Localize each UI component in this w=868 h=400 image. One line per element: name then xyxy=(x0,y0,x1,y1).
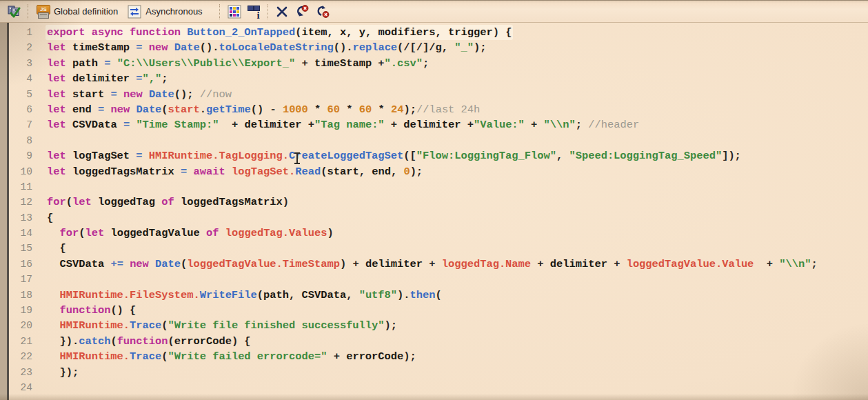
line-number: 4 xyxy=(9,71,32,86)
system-functions-button[interactable]: i xyxy=(244,3,263,20)
toolbar-separator xyxy=(28,4,29,19)
code-text xyxy=(32,179,47,194)
code-text xyxy=(32,133,47,148)
snippets-button[interactable] xyxy=(225,3,244,20)
js-global-definition-icon: JS xyxy=(36,5,50,19)
code-line[interactable]: 22 HMIRuntime.Trace("Write failed errorc… xyxy=(9,349,868,364)
line-number: 3 xyxy=(9,56,32,71)
code-line[interactable]: 11 xyxy=(9,179,868,194)
line-number: 15 xyxy=(9,241,32,256)
line-number: 11 xyxy=(9,179,32,194)
code-text: let timeStamp = new Date().toLocaleDateS… xyxy=(32,40,486,55)
code-text: { xyxy=(32,210,53,226)
go-to-next-error-button[interactable] xyxy=(312,3,332,20)
line-number: 6 xyxy=(9,102,32,117)
code-text: let end = new Date(start.getTime() - 100… xyxy=(32,102,480,117)
code-line[interactable]: 7let CSVData = "Time Stamp:" + delimiter… xyxy=(9,117,868,132)
code-line[interactable]: 10let loggedTagsMatrix = await logTagSet… xyxy=(9,164,868,179)
code-line[interactable]: 18 HMIRuntime.FileSystem.WriteFile(path,… xyxy=(9,288,868,303)
line-number: 9 xyxy=(9,148,32,163)
code-text: function() { xyxy=(32,303,136,318)
script-editor-toolbar: JS Global definition Asynchronous xyxy=(0,0,868,23)
line-number: 21 xyxy=(9,334,32,349)
code-line[interactable]: 16 CSVData += new Date(loggedTagValue.Ti… xyxy=(9,257,868,272)
line-number: 1 xyxy=(9,25,32,40)
code-text: let logTagSet = HMIRuntime.TagLogging.Cr… xyxy=(32,148,741,163)
line-number: 16 xyxy=(9,257,32,272)
line-number: 20 xyxy=(9,318,32,333)
code-text: let loggedTagsMatrix = await logTagSet.R… xyxy=(32,164,423,179)
code-text: CSVData += new Date(loggedTagValue.TimeS… xyxy=(32,257,818,272)
code-text: let delimiter =","; xyxy=(32,71,168,86)
code-text: let path = "C:\\Users\\Public\\Export_" … xyxy=(32,56,429,71)
code-text: export async function Button_2_OnTapped(… xyxy=(32,25,512,40)
code-line[interactable]: 19 function() { xyxy=(9,303,868,318)
code-text: }); xyxy=(32,365,79,380)
code-text: for(let loggedTagValue of loggedTag.Valu… xyxy=(32,226,334,241)
asynchronous-icon xyxy=(128,5,141,19)
validate-script-button[interactable] xyxy=(4,3,23,20)
line-number: 2 xyxy=(9,40,32,55)
code-line[interactable]: 8 xyxy=(9,133,868,148)
line-number: 19 xyxy=(9,303,32,318)
code-line[interactable]: 21 }).catch(function(errorCode) { xyxy=(9,334,868,349)
delete-x-icon xyxy=(276,6,288,18)
line-number: 12 xyxy=(9,194,32,210)
code-text: HMIRuntime.Trace("Write file finished su… xyxy=(32,318,397,333)
line-number: 18 xyxy=(9,288,32,303)
line-number: 23 xyxy=(9,365,32,380)
code-line[interactable]: 24 xyxy=(9,380,868,395)
global-definition-button[interactable]: JS Global definition xyxy=(33,3,125,20)
previous-error-arrow-icon xyxy=(294,5,309,19)
code-text: }).catch(function(errorCode) { xyxy=(32,334,251,349)
code-text xyxy=(32,380,47,395)
code-line[interactable]: 15 { xyxy=(9,241,868,256)
toolbar-separator xyxy=(219,4,221,19)
code-line[interactable]: 20 HMIRuntime.Trace("Write file finished… xyxy=(9,318,868,333)
line-number: 7 xyxy=(9,117,32,132)
code-line[interactable]: 4let delimiter =","; xyxy=(9,71,868,86)
line-number: 24 xyxy=(9,380,32,395)
current-line-highlight: export async function Button_2_OnTapped(… xyxy=(47,26,512,39)
validate-icon xyxy=(7,5,21,19)
code-line[interactable]: 17 xyxy=(9,272,868,287)
code-line[interactable]: 12for(let loggedTag of loggedTagsMatrix) xyxy=(9,194,868,210)
code-line[interactable]: 2let timeStamp = new Date().toLocaleDate… xyxy=(9,40,868,55)
code-line[interactable]: 14 for(let loggedTagValue of loggedTag.V… xyxy=(9,226,868,241)
code-editor[interactable]: 1export async function Button_2_OnTapped… xyxy=(9,25,868,400)
line-number: 10 xyxy=(9,164,32,179)
line-number: 5 xyxy=(9,87,32,102)
code-text xyxy=(32,272,47,287)
asynchronous-label: Asynchronous xyxy=(145,6,206,17)
code-line[interactable]: 9let logTagSet = HMIRuntime.TagLogging.C… xyxy=(9,148,868,163)
line-number: 22 xyxy=(9,349,32,364)
code-text: { xyxy=(32,241,66,256)
code-line[interactable]: 23 }); xyxy=(9,365,868,380)
snippet-grid-icon xyxy=(228,5,241,19)
script-editor-window: JS Global definition Asynchronous xyxy=(0,0,868,400)
line-number: 8 xyxy=(9,133,32,148)
line-number: 14 xyxy=(9,226,32,241)
editor-left-margin xyxy=(0,23,7,400)
code-line[interactable]: 1export async function Button_2_OnTapped… xyxy=(9,25,868,40)
code-text: HMIRuntime.Trace("Write failed errorcode… xyxy=(32,349,416,364)
system-info-icon: i xyxy=(247,5,261,19)
go-to-previous-error-button[interactable] xyxy=(291,3,312,20)
code-text: let start = new Date(); //now xyxy=(32,87,232,102)
code-text: let CSVData = "Time Stamp:" + delimiter … xyxy=(32,117,639,132)
asynchronous-button[interactable]: Asynchronous xyxy=(125,3,209,20)
global-definition-label: Global definition xyxy=(54,6,122,17)
code-line[interactable]: 3let path = "C:\\Users\\Public\\Export_"… xyxy=(9,56,868,71)
code-line[interactable]: 13{ xyxy=(9,210,868,226)
code-line[interactable]: 5let start = new Date(); //now xyxy=(9,87,868,102)
delete-button[interactable] xyxy=(273,4,291,19)
code-text: for(let loggedTag of loggedTagsMatrix) xyxy=(32,194,289,210)
next-error-arrow-icon xyxy=(314,5,330,19)
toolbar-separator xyxy=(268,4,269,19)
code-line[interactable]: 6let end = new Date(start.getTime() - 10… xyxy=(9,102,868,117)
line-number: 17 xyxy=(9,272,32,287)
line-number: 13 xyxy=(9,210,32,226)
code-text: HMIRuntime.FileSystem.WriteFile(path, CS… xyxy=(32,288,442,303)
